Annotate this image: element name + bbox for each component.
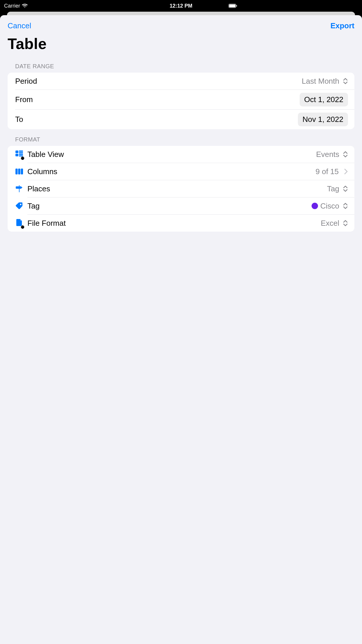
cancel-button[interactable]: Cancel [8,21,31,30]
row-from[interactable]: From Oct 1, 2022 [8,90,241,109]
row-period[interactable]: Period Last Month [8,73,241,90]
page-title: Table [0,32,241,60]
wifi-icon [22,4,28,8]
row-label: Columns [27,167,241,176]
row-label: To [15,115,241,124]
columns-icon [15,167,23,176]
group-format: Table View Events Columns 9 of 15 [8,146,241,232]
svg-rect-2 [236,5,237,7]
row-label: Period [15,77,241,86]
battery-icon [229,4,237,8]
svg-point-12 [20,204,22,205]
svg-rect-1 [229,4,236,7]
svg-rect-7 [19,154,23,155]
row-label: Table View [27,150,241,159]
status-time: 12:12 PM [170,3,192,9]
svg-rect-9 [15,169,18,174]
row-columns[interactable]: Columns 9 of 15 [8,163,241,180]
status-bar: Carrier 12:12 PM [0,0,241,12]
row-table-view[interactable]: Table View Events [8,146,241,163]
section-header-date-range: DATE RANGE [0,60,241,73]
file-icon [15,218,23,228]
row-label: Tag [27,202,241,211]
row-places[interactable]: Places Tag [8,180,241,197]
svg-rect-10 [18,169,20,174]
svg-rect-6 [15,154,18,156]
table-view-icon [15,150,23,159]
svg-rect-3 [15,150,18,153]
group-date-range: Period Last Month From Oct 1, 2022 To No… [8,73,241,129]
row-label: Places [27,184,241,193]
nav-bar: Cancel Export [0,15,241,32]
section-header-format: FORMAT [0,129,241,146]
row-label: From [15,95,241,104]
svg-rect-5 [19,152,23,153]
row-tag[interactable]: Tag Cisco [8,197,241,214]
svg-rect-4 [19,150,23,152]
tag-icon [15,202,23,210]
signpost-icon [15,185,23,193]
row-to[interactable]: To Nov 1, 2022 [8,110,241,129]
modal-sheet: Cancel Export Table DATE RANGE Period La… [0,15,241,429]
svg-rect-11 [21,169,23,174]
carrier-label: Carrier [4,3,20,9]
row-label: File Format [27,219,241,228]
row-file-format[interactable]: File Format Excel [8,215,241,232]
